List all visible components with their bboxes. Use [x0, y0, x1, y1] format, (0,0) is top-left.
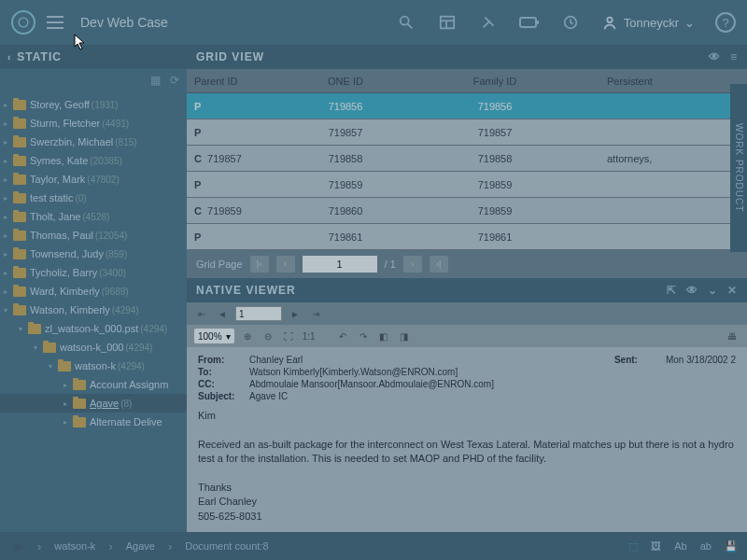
svg-rect-7	[537, 21, 539, 24]
sidebar-tools: ▦ ⟳	[0, 69, 187, 91]
page-total: / 1	[385, 259, 396, 270]
tree-item[interactable]: ▾watson-k_000(4294)	[0, 338, 187, 357]
menu-icon[interactable]	[47, 16, 63, 29]
next-page-button[interactable]: ›	[403, 256, 422, 273]
tree-item[interactable]: ▸Account Assignm	[0, 375, 187, 394]
ratio-label[interactable]: 1:1	[302, 329, 317, 343]
compass-icon[interactable]: ◎	[9, 539, 24, 553]
tree-item[interactable]: ▸Storey, Geoff(1931)	[0, 95, 187, 114]
svg-point-1	[400, 17, 408, 25]
app-logo[interactable]	[11, 10, 35, 35]
tools-icon[interactable]	[478, 12, 499, 33]
table-row[interactable]: C 719857719858719858attorneys,	[187, 146, 747, 172]
tree-item[interactable]: ▸Taylor, Mark(47802)	[0, 170, 187, 189]
tree-item[interactable]: ▸Tholt, Jane(4528)	[0, 207, 187, 226]
tree-item[interactable]: ▸Townsend, Judy(859)	[0, 245, 187, 263]
email-sig: Thanks	[198, 481, 736, 495]
top-toolbar: Dev Web Case Tonneyckr ⌄ ?	[0, 0, 747, 45]
tree-item[interactable]: ▸Thomas, Paul(12054)	[0, 226, 187, 245]
tree-item[interactable]: ▾zl_watson-k_000.pst(4294)	[0, 319, 187, 338]
col-persistent[interactable]: Persistent	[570, 76, 747, 87]
grid-view-icon[interactable]: ▦	[150, 74, 161, 87]
doc-next-icon[interactable]: ►	[288, 306, 303, 321]
email-greeting: Kim	[198, 409, 736, 423]
chevron-down-icon: ⌄	[684, 16, 695, 30]
viewer-page-input[interactable]	[235, 306, 282, 321]
first-page-button[interactable]: |‹	[250, 256, 269, 273]
tree-item[interactable]: ▸Alternate Delive	[0, 413, 187, 431]
tree-item[interactable]: ▸Agave(8)	[0, 394, 187, 413]
email-sig-phone: 505-625-8031	[198, 510, 736, 524]
rotate-left-icon[interactable]: ↶	[335, 329, 350, 343]
user-menu[interactable]: Tonneyckr ⌄	[601, 14, 695, 31]
zoom-out-icon[interactable]: ⊖	[261, 329, 275, 343]
svg-rect-6	[520, 18, 536, 27]
tree-item[interactable]: ▾watson-k(4294)	[0, 357, 187, 375]
tool-a-icon[interactable]: ◧	[376, 329, 391, 343]
text-mode-a[interactable]: Ab	[674, 540, 686, 553]
search-icon[interactable]	[396, 12, 416, 33]
table-row[interactable]: P 719861719861	[187, 224, 747, 250]
user-icon	[601, 14, 618, 31]
tree-item[interactable]: ▸Symes, Kate(20385)	[0, 151, 187, 170]
clock-icon[interactable]	[560, 12, 581, 33]
breadcrumb-1[interactable]: watson-k	[54, 540, 95, 552]
tree-item[interactable]: ▾Watson, Kimberly(4294)	[0, 301, 187, 319]
tree-item[interactable]: ▸Sturm, Fletcher(4491)	[0, 114, 187, 133]
grid-header: GRID VIEW 👁 ≡	[187, 45, 747, 69]
battery-icon[interactable]	[519, 12, 540, 33]
last-page-button[interactable]: ›|	[430, 256, 448, 273]
table-row[interactable]: P 719857719857	[187, 119, 747, 146]
table-row[interactable]: C 719859719860719859	[187, 198, 747, 224]
col-one-id[interactable]: ONE ID	[271, 76, 420, 87]
eye-icon[interactable]: 👁	[686, 284, 698, 297]
save-icon[interactable]: 💾	[725, 540, 738, 553]
refresh-icon[interactable]: ⟳	[170, 74, 179, 87]
breadcrumb-2[interactable]: Agave	[126, 540, 155, 552]
native-viewer: ⇤ ◄ ► ⇥ 100%▾ ⊕ ⊖ ⛶ 1:1 ↶ ↷ ◧ ◨ 🖶 From:C…	[187, 302, 747, 560]
work-product-panel-tab[interactable]: WORK PRODUCT	[730, 84, 747, 252]
cube-icon[interactable]: ⬚	[628, 540, 638, 553]
more-icon[interactable]: ≡	[730, 50, 738, 63]
col-parent-id[interactable]: Parent ID	[187, 76, 271, 87]
text-mode-b[interactable]: ab	[700, 540, 712, 553]
tree-item[interactable]: ▸Ward, Kimberly(9689)	[0, 282, 187, 301]
help-icon[interactable]: ?	[715, 12, 736, 33]
grid-pager: Grid Page |‹ ‹ / 1 › ›|	[187, 250, 747, 278]
popout-icon[interactable]: ⇱	[667, 284, 677, 297]
zoom-control[interactable]: 100%▾	[194, 329, 234, 343]
page-input[interactable]	[303, 256, 377, 273]
col-family-id[interactable]: Family ID	[420, 76, 570, 87]
prev-page-button[interactable]: ‹	[276, 256, 295, 273]
folder-tree: ▸Storey, Geoff(1931)▸Sturm, Fletcher(449…	[0, 91, 187, 560]
username: Tonneyckr	[624, 16, 679, 30]
doc-last-icon[interactable]: ⇥	[308, 306, 323, 321]
email-body-panel: From:Chanley EarlSent:Mon 3/18/2002 2 To…	[187, 347, 747, 560]
layout-icon[interactable]	[437, 12, 458, 33]
email-sig-name: Earl Chanley	[198, 495, 736, 509]
doc-prev-icon[interactable]: ◄	[215, 306, 230, 321]
table-row[interactable]: P 719859719859	[187, 172, 747, 198]
sidebar: ‹STATIC ▦ ⟳ ▸Storey, Geoff(1931)▸Sturm, …	[0, 45, 187, 560]
tree-item[interactable]: ▸test static(0)	[0, 189, 187, 207]
grid-panel: Parent ID ONE ID Family ID Persistent P …	[187, 69, 747, 278]
tree-item[interactable]: ▸Tycholiz, Barry(3400)	[0, 263, 187, 282]
case-title: Dev Web Case	[80, 15, 168, 30]
image-icon[interactable]: 🖼	[651, 540, 661, 553]
rotate-right-icon[interactable]: ↷	[356, 329, 371, 343]
grid-column-headers: Parent ID ONE ID Family ID Persistent	[187, 69, 747, 93]
viewer-header: NATIVE VIEWER ⇱ 👁 ⌄ ✕	[187, 278, 747, 302]
print-icon[interactable]: 🖶	[725, 329, 740, 343]
fit-icon[interactable]: ⛶	[281, 329, 296, 343]
svg-line-2	[408, 24, 413, 29]
zoom-in-icon[interactable]: ⊕	[240, 329, 255, 343]
viewer-toolbar-2: 100%▾ ⊕ ⊖ ⛶ 1:1 ↶ ↷ ◧ ◨ 🖶	[187, 325, 747, 347]
doc-first-icon[interactable]: ⇤	[194, 306, 209, 321]
table-row[interactable]: P 719856719856	[187, 93, 747, 119]
tree-item[interactable]: ▸Swerzbin, Michael(815)	[0, 133, 187, 151]
visibility-icon[interactable]: 👁	[709, 50, 721, 63]
tool-b-icon[interactable]: ◨	[397, 329, 412, 343]
close-icon[interactable]: ✕	[727, 284, 738, 297]
chevron-down-icon[interactable]: ⌄	[708, 284, 718, 297]
sidebar-header[interactable]: ‹STATIC	[0, 45, 187, 69]
